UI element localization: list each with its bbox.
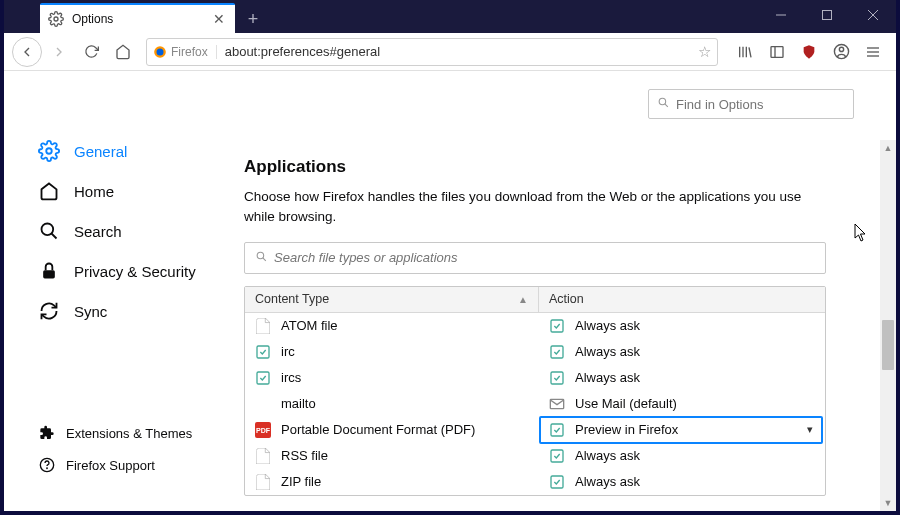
filetype-icon: PDF (255, 422, 271, 438)
svg-rect-2 (823, 11, 832, 20)
table-header: Content Type ▲ Action (245, 287, 825, 313)
cell-content-type: irc (245, 344, 539, 360)
find-input[interactable] (676, 97, 845, 112)
action-label: Use Mail (default) (575, 396, 677, 411)
svg-rect-36 (551, 424, 563, 436)
sidebar-label: Privacy & Security (74, 263, 196, 280)
sidebar-label: Search (74, 223, 122, 240)
home-button[interactable] (108, 37, 138, 67)
bookmark-star-icon[interactable]: ☆ (698, 43, 711, 61)
scroll-down-icon[interactable]: ▼ (880, 495, 896, 511)
table-row[interactable]: mailtoUse Mail (default) (245, 391, 825, 417)
cell-action: Always ask (539, 344, 825, 360)
filetype-icon (255, 344, 271, 360)
url-input[interactable] (225, 44, 698, 59)
svg-line-27 (263, 257, 266, 260)
search-icon (38, 220, 60, 242)
sidebar-label: General (74, 143, 127, 160)
content-type-label: mailto (281, 396, 316, 411)
site-identity[interactable]: Firefox (153, 45, 217, 59)
sidebars-button[interactable] (762, 37, 792, 67)
svg-point-0 (54, 17, 58, 21)
content-type-label: ATOM file (281, 318, 338, 333)
sidebar-item-search[interactable]: Search (38, 211, 234, 251)
search-apps-input[interactable] (274, 250, 815, 265)
table-row[interactable]: ZIP fileAlways ask (245, 469, 825, 495)
table-row[interactable]: RSS fileAlways ask (245, 443, 825, 469)
sidebar-label: Sync (74, 303, 107, 320)
column-content-type[interactable]: Content Type ▲ (245, 287, 539, 312)
sidebar-item-support[interactable]: Firefox Support (38, 449, 234, 481)
content-type-label: ZIP file (281, 474, 321, 489)
search-icon (255, 249, 268, 267)
url-bar[interactable]: Firefox ☆ (146, 38, 718, 66)
cell-action-dropdown[interactable]: Preview in Firefox▾ (539, 416, 823, 444)
menu-button[interactable] (858, 37, 888, 67)
content-type-label: irc (281, 344, 295, 359)
chevron-down-icon: ▾ (807, 423, 813, 436)
lock-icon (38, 260, 60, 282)
action-icon (549, 474, 565, 490)
filetype-icon (255, 370, 271, 386)
section-heading: Applications (244, 157, 826, 177)
gear-icon (38, 140, 60, 162)
forward-button[interactable] (44, 37, 74, 67)
find-in-options[interactable] (648, 89, 854, 119)
search-applications[interactable] (244, 242, 826, 274)
library-button[interactable] (730, 37, 760, 67)
svg-line-25 (665, 104, 668, 107)
sidebar-item-home[interactable]: Home (38, 171, 234, 211)
table-row[interactable]: ATOM fileAlways ask (245, 313, 825, 339)
new-tab-button[interactable]: + (239, 5, 267, 33)
sidebar-item-extensions[interactable]: Extensions & Themes (38, 417, 234, 449)
sort-asc-icon: ▲ (518, 294, 528, 305)
sidebar-item-sync[interactable]: Sync (38, 291, 234, 331)
filetype-icon (255, 318, 271, 334)
filetype-icon (255, 396, 271, 412)
ublock-icon[interactable] (794, 37, 824, 67)
minimize-button[interactable] (758, 0, 804, 30)
action-icon (549, 422, 565, 438)
svg-point-14 (839, 47, 843, 51)
sidebar-item-general[interactable]: General (38, 131, 234, 171)
cell-content-type: ATOM file (245, 318, 539, 334)
svg-text:PDF: PDF (256, 427, 271, 434)
cell-action: Always ask (539, 474, 825, 490)
back-button[interactable] (12, 37, 42, 67)
account-button[interactable] (826, 37, 856, 67)
applications-table: Content Type ▲ Action ATOM fileAlways as… (244, 286, 826, 496)
svg-rect-11 (771, 46, 783, 57)
sidebar-item-privacy[interactable]: Privacy & Security (38, 251, 234, 291)
action-icon (549, 396, 565, 412)
content-type-label: ircs (281, 370, 301, 385)
sidebar-label: Home (74, 183, 114, 200)
action-label: Always ask (575, 448, 640, 463)
maximize-button[interactable] (804, 0, 850, 30)
action-label: Always ask (575, 344, 640, 359)
filetype-icon (255, 474, 271, 490)
preferences-sidebar: General Home Search Privacy & Security S… (4, 71, 234, 511)
cell-content-type: mailto (245, 396, 539, 412)
filetype-icon (255, 448, 271, 464)
svg-rect-28 (551, 320, 563, 332)
scroll-up-icon[interactable]: ▲ (880, 140, 896, 156)
svg-rect-38 (551, 476, 563, 488)
close-icon[interactable]: ✕ (211, 11, 227, 27)
help-icon (38, 456, 56, 474)
scrollbar-thumb[interactable] (882, 320, 894, 370)
close-window-button[interactable] (850, 0, 896, 30)
content-type-label: RSS file (281, 448, 328, 463)
column-action[interactable]: Action (539, 287, 825, 312)
table-row[interactable]: ircAlways ask (245, 339, 825, 365)
cell-content-type: PDFPortable Document Format (PDF) (245, 422, 539, 438)
gear-icon (48, 11, 64, 27)
browser-tab[interactable]: Options ✕ (40, 3, 235, 33)
table-row[interactable]: ircsAlways ask (245, 365, 825, 391)
table-row[interactable]: PDFPortable Document Format (PDF)Preview… (245, 417, 825, 443)
section-description: Choose how Firefox handles the files you… (244, 187, 826, 228)
sidebar-label: Extensions & Themes (66, 426, 192, 441)
svg-point-6 (157, 48, 164, 55)
scrollbar[interactable]: ▲ ▼ (880, 140, 896, 511)
reload-button[interactable] (76, 37, 106, 67)
cell-action: Always ask (539, 448, 825, 464)
